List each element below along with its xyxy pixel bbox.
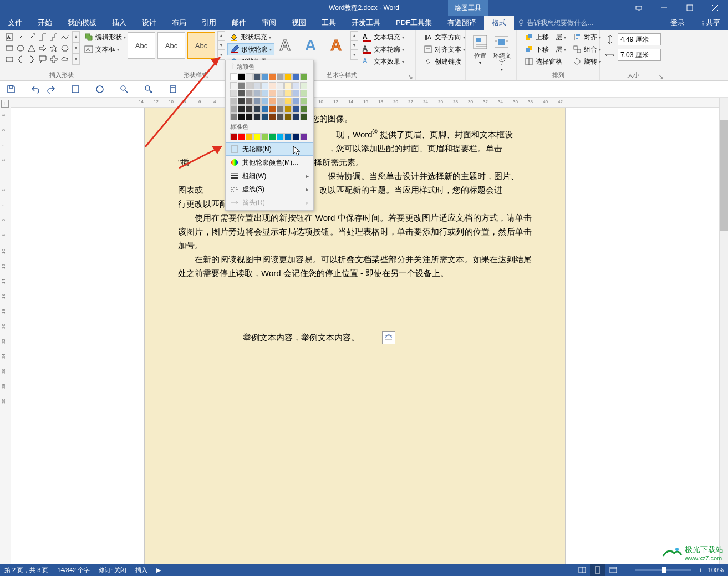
shape-height-input[interactable]: 4.49 厘米 bbox=[604, 33, 661, 45]
shape-style-gallery[interactable]: Abc Abc Abc bbox=[126, 31, 216, 60]
color-swatch[interactable] bbox=[246, 105, 253, 113]
tab-developer[interactable]: 开发工具 bbox=[344, 16, 388, 30]
shape-hexagon-icon[interactable] bbox=[60, 43, 70, 53]
wrap-text-button[interactable]: 环绕文字▾ bbox=[491, 31, 513, 73]
shape-outline-button[interactable]: 形状轮廓▾ bbox=[227, 43, 274, 55]
color-swatch[interactable] bbox=[230, 98, 237, 105]
color-swatch[interactable] bbox=[277, 90, 284, 97]
color-swatch[interactable] bbox=[246, 90, 253, 97]
color-swatch[interactable] bbox=[292, 90, 299, 97]
color-swatch[interactable] bbox=[261, 73, 268, 80]
color-swatch[interactable] bbox=[284, 82, 292, 89]
undo-button[interactable] bbox=[30, 84, 41, 95]
textbox-button[interactable]: A 文本框▾ bbox=[82, 43, 128, 55]
color-swatch[interactable] bbox=[230, 105, 237, 113]
color-swatch[interactable] bbox=[230, 133, 237, 140]
color-swatch[interactable] bbox=[284, 113, 292, 120]
color-swatch[interactable] bbox=[269, 113, 276, 120]
color-swatch[interactable] bbox=[292, 98, 299, 105]
color-swatch[interactable] bbox=[230, 82, 237, 89]
print-layout-button[interactable] bbox=[590, 564, 605, 576]
selected-text-shape[interactable]: 举例文本内容，举例文本内容。 bbox=[243, 329, 395, 346]
tell-me-search[interactable]: 告诉我您想要做什么… bbox=[517, 16, 594, 30]
shape-fill-button[interactable]: 形状填充▾ bbox=[227, 31, 274, 43]
color-swatch[interactable] bbox=[230, 113, 237, 120]
shape-line-icon[interactable] bbox=[16, 32, 26, 42]
color-swatch[interactable] bbox=[269, 82, 276, 89]
text-outline-button[interactable]: A文本轮廓▾ bbox=[360, 43, 406, 55]
tab-format[interactable]: 格式 bbox=[484, 16, 514, 30]
color-swatch[interactable] bbox=[300, 73, 307, 80]
tab-file[interactable]: 文件 bbox=[0, 16, 30, 30]
color-swatch[interactable] bbox=[277, 113, 284, 120]
shape-textbox-icon[interactable]: A bbox=[4, 32, 14, 42]
tab-templates[interactable]: 我的模板 bbox=[60, 16, 104, 30]
wordart-style-1[interactable]: A bbox=[274, 33, 296, 58]
color-swatch[interactable] bbox=[238, 90, 245, 97]
color-swatch[interactable] bbox=[253, 113, 261, 120]
tab-layout[interactable]: 布局 bbox=[164, 16, 194, 30]
dashes-item[interactable]: 虚线(S)▸ bbox=[226, 182, 313, 196]
color-swatch[interactable] bbox=[253, 82, 261, 89]
shape-rect-icon[interactable] bbox=[4, 43, 14, 53]
color-swatch[interactable] bbox=[269, 73, 276, 80]
color-swatch[interactable] bbox=[238, 98, 245, 105]
text-direction-button[interactable]: ‖A文字方向▾ bbox=[421, 31, 467, 43]
qat-btn-2[interactable] bbox=[94, 84, 105, 95]
ribbon-options-icon[interactable] bbox=[626, 0, 651, 16]
color-swatch[interactable] bbox=[284, 133, 292, 140]
tab-references[interactable]: 引用 bbox=[194, 16, 224, 30]
tab-view[interactable]: 视图 bbox=[284, 16, 314, 30]
minimize-button[interactable] bbox=[651, 0, 677, 16]
edit-shape-button[interactable]: 编辑形状▾ bbox=[82, 31, 128, 43]
color-swatch[interactable] bbox=[277, 73, 284, 80]
color-swatch[interactable] bbox=[261, 133, 268, 140]
macro-icon[interactable]: ▶ bbox=[156, 567, 161, 574]
color-swatch[interactable] bbox=[277, 105, 284, 113]
color-swatch[interactable] bbox=[284, 105, 292, 113]
layout-options-button[interactable] bbox=[382, 331, 395, 344]
color-swatch[interactable] bbox=[292, 73, 299, 80]
wordart-gallery[interactable]: A A A bbox=[272, 31, 349, 60]
bring-forward-button[interactable]: 上移一层▾ bbox=[522, 31, 568, 43]
shape-roundrect-icon[interactable] bbox=[4, 54, 14, 64]
color-swatch[interactable] bbox=[230, 90, 237, 97]
color-swatch[interactable] bbox=[238, 133, 245, 140]
tab-mailings[interactable]: 邮件 bbox=[224, 16, 254, 30]
more-colors-item[interactable]: 其他轮廓颜色(M)… bbox=[226, 156, 313, 169]
position-button[interactable]: 位置▾ bbox=[469, 31, 491, 67]
rotate-button[interactable]: 旋转▾ bbox=[571, 55, 603, 68]
text-effects-button[interactable]: A文本效果▾ bbox=[360, 55, 406, 68]
color-swatch[interactable] bbox=[246, 133, 253, 140]
shape-style-2[interactable]: Abc bbox=[157, 32, 185, 59]
selection-pane-button[interactable]: 选择窗格 bbox=[522, 55, 568, 68]
color-swatch[interactable] bbox=[238, 73, 245, 80]
color-swatch[interactable] bbox=[238, 82, 245, 89]
group-button[interactable]: 组合▾ bbox=[571, 43, 603, 55]
color-swatch[interactable] bbox=[261, 98, 268, 105]
insert-mode[interactable]: 插入 bbox=[135, 566, 147, 574]
color-swatch[interactable] bbox=[261, 105, 268, 113]
color-swatch[interactable] bbox=[246, 113, 253, 120]
color-swatch[interactable] bbox=[261, 82, 268, 89]
color-swatch[interactable] bbox=[292, 105, 299, 113]
weight-item[interactable]: 粗细(W)▸ bbox=[226, 169, 313, 182]
color-swatch[interactable] bbox=[261, 113, 268, 120]
scrollbar-thumb[interactable] bbox=[720, 120, 728, 231]
color-swatch[interactable] bbox=[284, 90, 292, 97]
color-swatch[interactable] bbox=[246, 82, 253, 89]
close-button[interactable] bbox=[702, 0, 728, 16]
word-count[interactable]: 14/842 个字 bbox=[57, 566, 90, 574]
color-swatch[interactable] bbox=[300, 90, 307, 97]
qat-btn-1[interactable] bbox=[70, 84, 81, 95]
shape-line-arrow-icon[interactable] bbox=[27, 32, 37, 42]
color-swatch[interactable] bbox=[300, 113, 307, 120]
shape-cloud-icon[interactable] bbox=[60, 54, 70, 64]
shape-lbrace-icon[interactable] bbox=[16, 54, 26, 64]
redo-button[interactable] bbox=[45, 84, 57, 95]
color-swatch[interactable] bbox=[253, 90, 261, 97]
tab-design[interactable]: 设计 bbox=[134, 16, 164, 30]
color-swatch[interactable] bbox=[238, 113, 245, 120]
shape-oval-icon[interactable] bbox=[16, 43, 26, 53]
color-swatch[interactable] bbox=[261, 90, 268, 97]
